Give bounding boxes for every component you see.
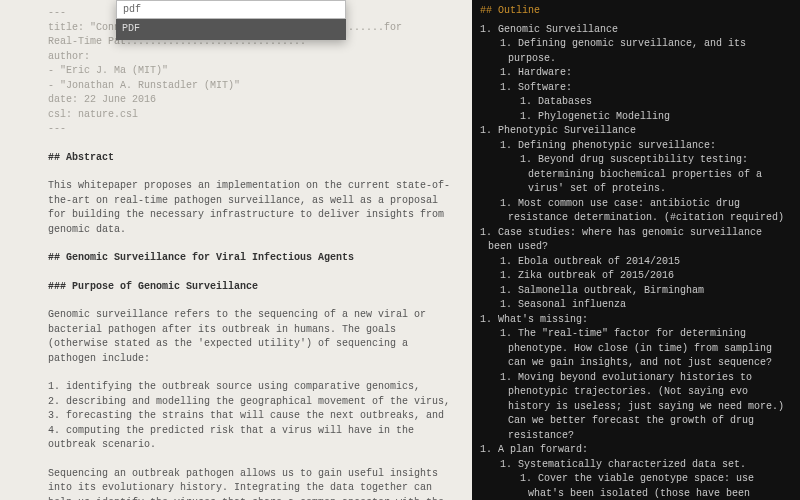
heading-2: ## Genomic Surveillance for Viral Infect… — [48, 251, 458, 266]
command-palette-input[interactable] — [116, 0, 346, 19]
document-body: ## AbstractThis whitepaper proposes an i… — [48, 137, 458, 501]
outline-item[interactable]: 1. Cover the viable genotype space: use … — [480, 472, 792, 500]
outline-item[interactable]: 1. Ebola outbreak of 2014/2015 — [480, 255, 792, 270]
paragraph: 3. forecasting the strains that will cau… — [48, 409, 458, 424]
frontmatter-line: --- — [48, 122, 458, 137]
blank-line — [48, 453, 458, 467]
outline-pane: ## Outline 1. Genomic Surveillance1. Def… — [472, 0, 800, 500]
paragraph: 4. computing the predicted risk that a v… — [48, 424, 458, 453]
outline-item[interactable]: 1. Moving beyond evolutionary histories … — [480, 371, 792, 444]
paragraph: Sequencing an outbreak pathogen allows u… — [48, 467, 458, 501]
outline-item[interactable]: 1. A plan forward: — [480, 443, 792, 458]
outline-item[interactable]: 1. Seasonal influenza — [480, 298, 792, 313]
blank-line — [48, 366, 458, 380]
paragraph: Genomic surveillance refers to the seque… — [48, 308, 458, 366]
outline-item[interactable]: 1. Software: — [480, 81, 792, 96]
outline-item[interactable]: 1. Most common use case: antibiotic drug… — [480, 197, 792, 226]
heading-2: ## Abstract — [48, 151, 458, 166]
blank-line — [48, 165, 458, 179]
paragraph: This whitepaper proposes an implementati… — [48, 179, 458, 237]
blank-line — [48, 237, 458, 251]
paragraph: 2. describing and modelling the geograph… — [48, 395, 458, 410]
app-root: PDF --- title: "Conne...................… — [0, 0, 800, 500]
outline-item[interactable]: 1. Systematically characterized data set… — [480, 458, 792, 473]
blank-line — [48, 137, 458, 151]
blank-line — [48, 266, 458, 280]
outline-item[interactable]: 1. Defining genomic surveillance, and it… — [480, 37, 792, 66]
frontmatter-line: author: — [48, 50, 458, 65]
frontmatter-line: csl: nature.csl — [48, 108, 458, 123]
outline-title: ## Outline — [480, 4, 792, 19]
outline-item[interactable]: 1. The "real-time" factor for determinin… — [480, 327, 792, 371]
outline-item[interactable]: 1. Phylogenetic Modelling — [480, 110, 792, 125]
outline-item[interactable]: 1. Zika outbreak of 2015/2016 — [480, 269, 792, 284]
command-palette-item[interactable]: PDF — [116, 19, 346, 40]
outline-item[interactable]: 1. Salmonella outbreak, Birmingham — [480, 284, 792, 299]
outline-item[interactable]: 1. Genomic Surveillance — [480, 23, 792, 38]
outline-item[interactable]: 1. Phenotypic Surveillance — [480, 124, 792, 139]
frontmatter-line: - "Eric J. Ma (MIT)" — [48, 64, 458, 79]
outline-list: 1. Genomic Surveillance1. Defining genom… — [480, 23, 792, 501]
markdown-editor-pane[interactable]: PDF --- title: "Conne...................… — [0, 0, 472, 500]
outline-item[interactable]: 1. Defining phenotypic surveillance: — [480, 139, 792, 154]
command-palette-results: PDF — [116, 19, 346, 40]
outline-item[interactable]: 1. Databases — [480, 95, 792, 110]
outline-item[interactable]: 1. Case studies: where has genomic surve… — [480, 226, 792, 255]
outline-item[interactable]: 1. Hardware: — [480, 66, 792, 81]
frontmatter-line: date: 22 June 2016 — [48, 93, 458, 108]
frontmatter-line: - "Jonathan A. Runstadler (MIT)" — [48, 79, 458, 94]
paragraph: 1. identifying the outbreak source using… — [48, 380, 458, 395]
heading-3: ### Purpose of Genomic Surveillance — [48, 280, 458, 295]
outline-item[interactable]: 1. Beyond drug susceptibility testing: d… — [480, 153, 792, 197]
outline-item[interactable]: 1. What's missing: — [480, 313, 792, 328]
command-palette: PDF — [116, 0, 346, 40]
blank-line — [48, 294, 458, 308]
